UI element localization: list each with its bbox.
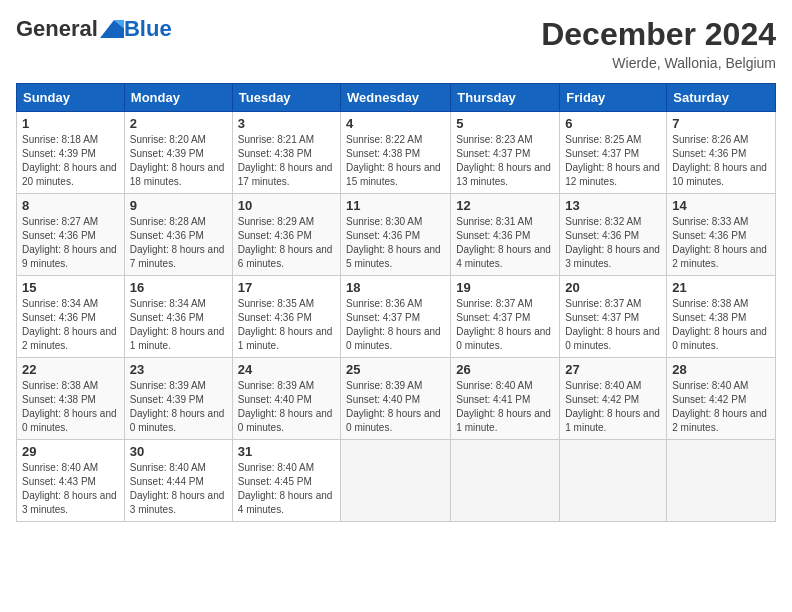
day-info: Sunrise: 8:18 AMSunset: 4:39 PMDaylight:… xyxy=(22,134,117,187)
calendar-cell: 28 Sunrise: 8:40 AMSunset: 4:42 PMDaylig… xyxy=(667,358,776,440)
day-number: 8 xyxy=(22,198,119,213)
day-info: Sunrise: 8:30 AMSunset: 4:36 PMDaylight:… xyxy=(346,216,441,269)
day-info: Sunrise: 8:34 AMSunset: 4:36 PMDaylight:… xyxy=(130,298,225,351)
day-info: Sunrise: 8:28 AMSunset: 4:36 PMDaylight:… xyxy=(130,216,225,269)
calendar-cell: 14 Sunrise: 8:33 AMSunset: 4:36 PMDaylig… xyxy=(667,194,776,276)
day-info: Sunrise: 8:36 AMSunset: 4:37 PMDaylight:… xyxy=(346,298,441,351)
day-number: 31 xyxy=(238,444,335,459)
calendar-cell xyxy=(667,440,776,522)
day-number: 12 xyxy=(456,198,554,213)
day-number: 29 xyxy=(22,444,119,459)
day-number: 5 xyxy=(456,116,554,131)
calendar-cell: 17 Sunrise: 8:35 AMSunset: 4:36 PMDaylig… xyxy=(232,276,340,358)
day-number: 16 xyxy=(130,280,227,295)
title-block: December 2024 Wierde, Wallonia, Belgium xyxy=(541,16,776,71)
calendar-week-row: 1 Sunrise: 8:18 AMSunset: 4:39 PMDayligh… xyxy=(17,112,776,194)
calendar-cell: 18 Sunrise: 8:36 AMSunset: 4:37 PMDaylig… xyxy=(341,276,451,358)
day-number: 18 xyxy=(346,280,445,295)
location: Wierde, Wallonia, Belgium xyxy=(541,55,776,71)
calendar-header-row: SundayMondayTuesdayWednesdayThursdayFrid… xyxy=(17,84,776,112)
calendar-cell: 26 Sunrise: 8:40 AMSunset: 4:41 PMDaylig… xyxy=(451,358,560,440)
day-number: 14 xyxy=(672,198,770,213)
calendar-cell: 22 Sunrise: 8:38 AMSunset: 4:38 PMDaylig… xyxy=(17,358,125,440)
page-header: General Blue December 2024 Wierde, Wallo… xyxy=(16,16,776,71)
calendar-header-monday: Monday xyxy=(124,84,232,112)
day-info: Sunrise: 8:37 AMSunset: 4:37 PMDaylight:… xyxy=(565,298,660,351)
day-info: Sunrise: 8:27 AMSunset: 4:36 PMDaylight:… xyxy=(22,216,117,269)
day-info: Sunrise: 8:38 AMSunset: 4:38 PMDaylight:… xyxy=(22,380,117,433)
day-number: 27 xyxy=(565,362,661,377)
calendar-cell: 4 Sunrise: 8:22 AMSunset: 4:38 PMDayligh… xyxy=(341,112,451,194)
day-info: Sunrise: 8:35 AMSunset: 4:36 PMDaylight:… xyxy=(238,298,333,351)
day-number: 1 xyxy=(22,116,119,131)
day-info: Sunrise: 8:38 AMSunset: 4:38 PMDaylight:… xyxy=(672,298,767,351)
day-number: 7 xyxy=(672,116,770,131)
day-info: Sunrise: 8:39 AMSunset: 4:39 PMDaylight:… xyxy=(130,380,225,433)
logo-general: General xyxy=(16,16,98,42)
day-number: 21 xyxy=(672,280,770,295)
day-info: Sunrise: 8:40 AMSunset: 4:43 PMDaylight:… xyxy=(22,462,117,515)
calendar-cell: 25 Sunrise: 8:39 AMSunset: 4:40 PMDaylig… xyxy=(341,358,451,440)
day-info: Sunrise: 8:23 AMSunset: 4:37 PMDaylight:… xyxy=(456,134,551,187)
calendar-cell: 30 Sunrise: 8:40 AMSunset: 4:44 PMDaylig… xyxy=(124,440,232,522)
calendar-week-row: 22 Sunrise: 8:38 AMSunset: 4:38 PMDaylig… xyxy=(17,358,776,440)
calendar-cell: 31 Sunrise: 8:40 AMSunset: 4:45 PMDaylig… xyxy=(232,440,340,522)
calendar-cell: 6 Sunrise: 8:25 AMSunset: 4:37 PMDayligh… xyxy=(560,112,667,194)
calendar-cell: 3 Sunrise: 8:21 AMSunset: 4:38 PMDayligh… xyxy=(232,112,340,194)
calendar-header-friday: Friday xyxy=(560,84,667,112)
day-number: 19 xyxy=(456,280,554,295)
day-number: 9 xyxy=(130,198,227,213)
day-info: Sunrise: 8:26 AMSunset: 4:36 PMDaylight:… xyxy=(672,134,767,187)
calendar-cell: 1 Sunrise: 8:18 AMSunset: 4:39 PMDayligh… xyxy=(17,112,125,194)
day-number: 22 xyxy=(22,362,119,377)
month-title: December 2024 xyxy=(541,16,776,53)
calendar-cell xyxy=(451,440,560,522)
calendar-cell: 13 Sunrise: 8:32 AMSunset: 4:36 PMDaylig… xyxy=(560,194,667,276)
day-info: Sunrise: 8:40 AMSunset: 4:42 PMDaylight:… xyxy=(672,380,767,433)
day-info: Sunrise: 8:31 AMSunset: 4:36 PMDaylight:… xyxy=(456,216,551,269)
day-number: 23 xyxy=(130,362,227,377)
day-info: Sunrise: 8:22 AMSunset: 4:38 PMDaylight:… xyxy=(346,134,441,187)
day-info: Sunrise: 8:33 AMSunset: 4:36 PMDaylight:… xyxy=(672,216,767,269)
day-number: 26 xyxy=(456,362,554,377)
day-number: 11 xyxy=(346,198,445,213)
day-info: Sunrise: 8:40 AMSunset: 4:41 PMDaylight:… xyxy=(456,380,551,433)
calendar-cell: 15 Sunrise: 8:34 AMSunset: 4:36 PMDaylig… xyxy=(17,276,125,358)
calendar-cell: 21 Sunrise: 8:38 AMSunset: 4:38 PMDaylig… xyxy=(667,276,776,358)
day-number: 24 xyxy=(238,362,335,377)
calendar-week-row: 8 Sunrise: 8:27 AMSunset: 4:36 PMDayligh… xyxy=(17,194,776,276)
calendar-cell: 7 Sunrise: 8:26 AMSunset: 4:36 PMDayligh… xyxy=(667,112,776,194)
calendar-cell: 24 Sunrise: 8:39 AMSunset: 4:40 PMDaylig… xyxy=(232,358,340,440)
day-number: 6 xyxy=(565,116,661,131)
logo-blue: Blue xyxy=(124,16,172,42)
calendar-week-row: 15 Sunrise: 8:34 AMSunset: 4:36 PMDaylig… xyxy=(17,276,776,358)
day-number: 4 xyxy=(346,116,445,131)
day-info: Sunrise: 8:39 AMSunset: 4:40 PMDaylight:… xyxy=(346,380,441,433)
day-info: Sunrise: 8:37 AMSunset: 4:37 PMDaylight:… xyxy=(456,298,551,351)
calendar-cell: 20 Sunrise: 8:37 AMSunset: 4:37 PMDaylig… xyxy=(560,276,667,358)
day-number: 15 xyxy=(22,280,119,295)
day-number: 28 xyxy=(672,362,770,377)
calendar-cell: 12 Sunrise: 8:31 AMSunset: 4:36 PMDaylig… xyxy=(451,194,560,276)
calendar-cell xyxy=(560,440,667,522)
calendar-cell: 10 Sunrise: 8:29 AMSunset: 4:36 PMDaylig… xyxy=(232,194,340,276)
day-number: 3 xyxy=(238,116,335,131)
day-number: 10 xyxy=(238,198,335,213)
calendar-cell: 16 Sunrise: 8:34 AMSunset: 4:36 PMDaylig… xyxy=(124,276,232,358)
day-info: Sunrise: 8:40 AMSunset: 4:42 PMDaylight:… xyxy=(565,380,660,433)
calendar-table: SundayMondayTuesdayWednesdayThursdayFrid… xyxy=(16,83,776,522)
calendar-header-sunday: Sunday xyxy=(17,84,125,112)
calendar-cell: 8 Sunrise: 8:27 AMSunset: 4:36 PMDayligh… xyxy=(17,194,125,276)
calendar-cell: 2 Sunrise: 8:20 AMSunset: 4:39 PMDayligh… xyxy=(124,112,232,194)
day-info: Sunrise: 8:25 AMSunset: 4:37 PMDaylight:… xyxy=(565,134,660,187)
logo: General Blue xyxy=(16,16,172,42)
calendar-cell: 11 Sunrise: 8:30 AMSunset: 4:36 PMDaylig… xyxy=(341,194,451,276)
calendar-cell: 5 Sunrise: 8:23 AMSunset: 4:37 PMDayligh… xyxy=(451,112,560,194)
day-number: 20 xyxy=(565,280,661,295)
calendar-cell: 9 Sunrise: 8:28 AMSunset: 4:36 PMDayligh… xyxy=(124,194,232,276)
logo-icon xyxy=(100,20,124,38)
calendar-header-tuesday: Tuesday xyxy=(232,84,340,112)
calendar-cell: 29 Sunrise: 8:40 AMSunset: 4:43 PMDaylig… xyxy=(17,440,125,522)
calendar-cell xyxy=(341,440,451,522)
calendar-cell: 27 Sunrise: 8:40 AMSunset: 4:42 PMDaylig… xyxy=(560,358,667,440)
